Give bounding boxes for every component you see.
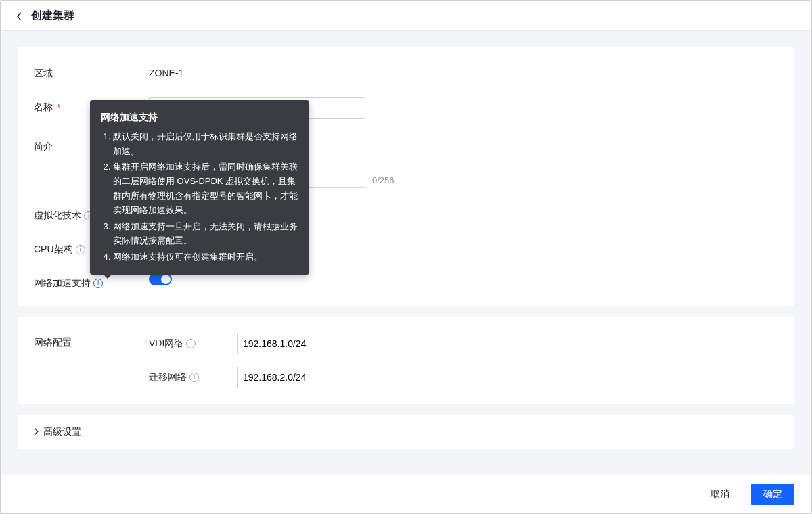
- tooltip-item: 网络加速支持仅可在创建集群时开启。: [113, 250, 298, 264]
- advanced-label: 高级设置: [43, 426, 81, 438]
- advanced-toggle[interactable]: 高级设置: [34, 426, 778, 438]
- tooltip-item: 网络加速支持一旦开启，无法关闭，请根据业务实际情况按需配置。: [113, 219, 298, 248]
- label-net-accel: 网络加速支持 i: [34, 273, 149, 289]
- info-icon[interactable]: i: [189, 373, 199, 382]
- value-zone: ZONE-1: [149, 64, 778, 78]
- info-icon[interactable]: i: [93, 279, 103, 288]
- network-settings-card: 网络配置 VDI网络 i 迁移网络 i: [18, 317, 794, 404]
- tooltip-title: 网络加速支持: [101, 110, 298, 125]
- desc-char-count: 0/256: [372, 175, 394, 185]
- vdi-network-input[interactable]: [237, 333, 453, 354]
- back-icon[interactable]: [14, 11, 24, 22]
- label-zone: 区域: [34, 64, 149, 80]
- toggle-knob: [161, 275, 171, 284]
- page-title: 创建集群: [31, 9, 74, 23]
- page-header: 创建集群: [1, 1, 811, 31]
- tooltip-item: 默认关闭，开启后仅用于标识集群是否支持网络加速。: [113, 129, 298, 158]
- info-icon[interactable]: i: [76, 245, 85, 254]
- net-accel-toggle[interactable]: [149, 273, 172, 285]
- required-marker: *: [57, 102, 60, 113]
- migrate-network-input[interactable]: [237, 367, 453, 388]
- net-accel-tooltip: 网络加速支持 默认关闭，开启后仅用于标识集群是否支持网络加速。 集群开启网络加速…: [90, 100, 309, 275]
- footer-bar: 取消 确定: [1, 475, 811, 513]
- label-vdi-network: VDI网络 i: [149, 337, 237, 350]
- label-migrate-network: 迁移网络 i: [149, 371, 237, 383]
- tooltip-arrow-icon: [104, 275, 112, 279]
- advanced-settings-card: 高级设置: [18, 415, 794, 449]
- tooltip-item: 集群开启网络加速支持后，需同时确保集群关联的二层网络使用 OVS-DPDK 虚拟…: [113, 160, 298, 218]
- info-icon[interactable]: i: [186, 339, 196, 348]
- tooltip-list: 默认关闭，开启后仅用于标识集群是否支持网络加速。 集群开启网络加速支持后，需同时…: [101, 129, 298, 264]
- cancel-button[interactable]: 取消: [698, 484, 742, 505]
- row-net-accel: 网络加速支持 i: [34, 273, 778, 289]
- row-migrate-network: 迁移网络 i: [149, 367, 778, 388]
- confirm-button[interactable]: 确定: [751, 484, 794, 505]
- chevron-right-icon: [34, 427, 39, 437]
- row-vdi-network: VDI网络 i: [149, 333, 778, 354]
- row-zone: 区域 ZONE-1: [34, 64, 778, 80]
- label-network-config: 网络配置: [34, 333, 149, 349]
